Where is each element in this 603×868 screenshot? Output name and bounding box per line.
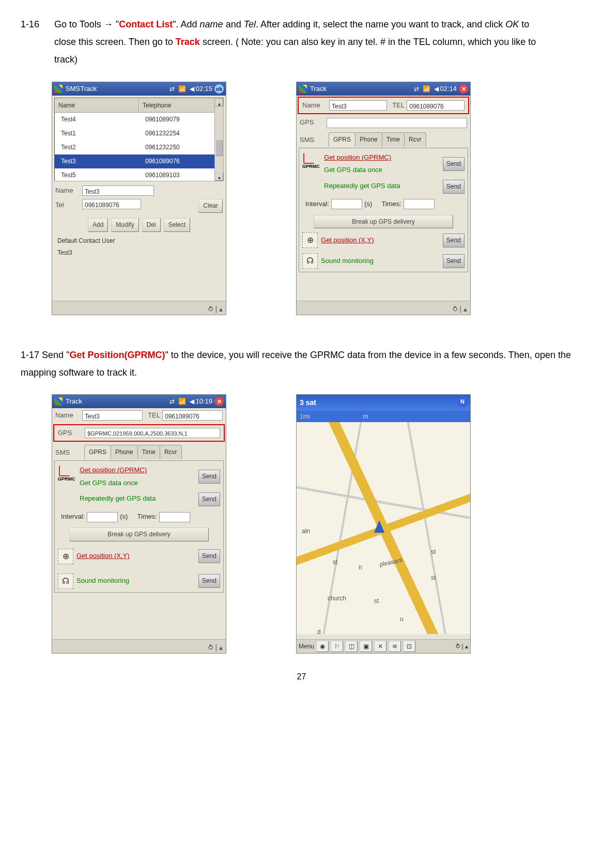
scrollbar[interactable]: ▴ ▾ bbox=[214, 98, 223, 181]
close-button[interactable]: ✕ bbox=[459, 84, 468, 94]
send-button[interactable]: Send bbox=[443, 234, 465, 247]
ok-button[interactable]: ok bbox=[214, 84, 224, 94]
name-input[interactable]: Test3 bbox=[82, 410, 143, 421]
sound-monitoring-label: Sound monitoring bbox=[76, 575, 198, 587]
send-button[interactable]: Send bbox=[198, 574, 220, 588]
get-position-label: Get Position(GPRMC) bbox=[69, 350, 165, 360]
position-cursor-icon bbox=[374, 520, 384, 533]
modify-button[interactable]: Modify bbox=[111, 218, 138, 232]
tab-time[interactable]: Time bbox=[137, 445, 160, 459]
screenshot-smstrack: SMSTrack ⇄ 📶 ◀ 02:15 ok Name Telephone T… bbox=[52, 82, 226, 315]
tab-rcvr[interactable]: Rcvr bbox=[160, 445, 182, 459]
close-button[interactable]: ✕ bbox=[214, 397, 224, 406]
table-row-selected[interactable]: Test30961089076 bbox=[55, 154, 223, 168]
menu-icon-4[interactable]: ▣ bbox=[360, 641, 372, 652]
del-button[interactable]: Del bbox=[142, 218, 161, 232]
window-title: Track bbox=[310, 82, 327, 96]
send-button[interactable]: Send bbox=[198, 492, 220, 506]
tab-phone[interactable]: Phone bbox=[355, 132, 382, 147]
col-telephone[interactable]: Telephone bbox=[139, 98, 223, 113]
titlebar: SMSTrack ⇄ 📶 ◀ 02:15 ok bbox=[52, 82, 226, 96]
table-row[interactable]: Test20961232250 bbox=[55, 141, 223, 154]
contact-list-label: Contact List bbox=[119, 19, 173, 29]
xy-icon: ⊕ bbox=[302, 233, 318, 248]
menu-icon-3[interactable]: ◫ bbox=[345, 641, 358, 652]
times-input[interactable] bbox=[159, 512, 190, 522]
status-icons: ⇄ 📶 ◀ bbox=[169, 395, 196, 408]
name-input[interactable]: Test3 bbox=[329, 100, 387, 111]
windows-flag-icon bbox=[299, 85, 307, 93]
gps-highlight: GPS $GPRMC,021959.000,A,2500.3633,N,1 bbox=[53, 424, 225, 442]
select-button[interactable]: Select bbox=[164, 218, 190, 232]
clear-button[interactable]: Clear bbox=[198, 199, 223, 213]
interval-input[interactable] bbox=[331, 199, 362, 209]
clock: 02:14 bbox=[440, 82, 457, 96]
menu-icon-7[interactable]: ⊡ bbox=[403, 641, 415, 652]
send-button[interactable]: Send bbox=[443, 180, 465, 194]
table-row[interactable]: Test50961089103 bbox=[55, 168, 223, 182]
get-position-gprmc-link[interactable]: Get position (GPRMC) bbox=[324, 151, 443, 164]
name-input[interactable]: Test3 bbox=[82, 185, 154, 196]
screenshots-row-1: SMSTrack ⇄ 📶 ◀ 02:15 ok Name Telephone T… bbox=[52, 82, 582, 315]
repeat-label: Repeatedly get GPS data bbox=[324, 180, 443, 194]
menu-label[interactable]: Menu bbox=[299, 641, 314, 653]
menu-icon-5[interactable]: ✕ bbox=[374, 641, 386, 652]
send-button[interactable]: Send bbox=[443, 254, 465, 268]
tel-input[interactable]: 0961089076 bbox=[407, 100, 465, 111]
gps-input[interactable]: $GPRMC,021959.000,A,2500.3633,N,1 bbox=[85, 428, 220, 438]
breakup-button[interactable]: Break up GPS delivery bbox=[314, 215, 453, 229]
get-once-label: Get GPS data once bbox=[80, 477, 198, 490]
screenshot-track-gps: Track ⇄ 📶 ◀ 10:19 ✕ Name Test3 TEL 09610… bbox=[52, 394, 226, 654]
get-position-xy-link[interactable]: Get position (X,Y) bbox=[76, 550, 198, 563]
window-title: SMSTrack bbox=[66, 82, 97, 96]
menu-icon-6[interactable]: ≋ bbox=[389, 641, 401, 652]
breakup-button[interactable]: Break up GPS delivery bbox=[69, 528, 208, 541]
titlebar: Track ⇄ 📶 ◀ 10:19 ✕ bbox=[52, 395, 226, 408]
screenshot-map: 3 sat N 1mi m aln st n pleasant st st ch… bbox=[296, 394, 471, 654]
compass-icon: N bbox=[457, 396, 468, 407]
map-statusbar: 3 sat N bbox=[297, 395, 470, 411]
step-body: Go to Tools → "Contact List". Add name a… bbox=[54, 16, 545, 69]
tab-time[interactable]: Time bbox=[382, 132, 405, 147]
windows-flag-icon bbox=[54, 85, 63, 93]
get-position-xy-link[interactable]: Get position (X,Y) bbox=[321, 234, 443, 247]
tab-phone[interactable]: Phone bbox=[111, 445, 138, 459]
repeat-label: Repeatedly get GPS data bbox=[80, 492, 198, 506]
tel-input[interactable]: 0961089076 bbox=[162, 410, 223, 421]
menu-icon-1[interactable]: ◉ bbox=[316, 641, 329, 652]
sound-monitoring-label: Sound monitoring bbox=[321, 255, 443, 268]
sound-icon: ☊ bbox=[58, 574, 73, 589]
send-button[interactable]: Send bbox=[198, 470, 220, 484]
gprmc-icon: GPRMC bbox=[58, 464, 76, 483]
get-once-label: Get GPS data once bbox=[324, 164, 443, 177]
sat-count: 3 sat bbox=[300, 398, 316, 407]
page-number: 27 bbox=[21, 669, 582, 685]
windows-flag-icon bbox=[54, 397, 63, 406]
clock: 02:15 bbox=[195, 82, 212, 96]
map-canvas[interactable]: aln st n pleasant st st church st u d bbox=[297, 422, 470, 634]
bottom-bar: ⥁ | ▴ bbox=[52, 301, 226, 315]
tab-gprs[interactable]: GPRS bbox=[84, 445, 111, 459]
titlebar: Track ⇄ 📶 ◀ 02:14 ✕ bbox=[297, 82, 470, 96]
send-button[interactable]: Send bbox=[198, 549, 220, 563]
col-name[interactable]: Name bbox=[55, 98, 139, 113]
name-row: Name Test3 bbox=[52, 183, 226, 198]
button-row: Add Modify Del Select bbox=[52, 217, 226, 233]
times-input[interactable] bbox=[404, 199, 435, 209]
tab-rcvr[interactable]: Rcvr bbox=[404, 132, 426, 147]
send-button[interactable]: Send bbox=[443, 157, 465, 171]
menu-icon-2[interactable]: ⚐ bbox=[331, 641, 343, 652]
interval-input[interactable] bbox=[87, 512, 118, 522]
tel-input[interactable]: 0961089076 bbox=[82, 199, 141, 209]
map-menubar: Menu ◉ ⚐ ◫ ▣ ✕ ≋ ⊡ ⥁ | ▴ bbox=[297, 639, 470, 653]
get-position-gprmc-link[interactable]: Get position (GPRMC) bbox=[80, 464, 198, 477]
gps-input[interactable] bbox=[327, 118, 467, 128]
screenshots-row-2: Track ⇄ 📶 ◀ 10:19 ✕ Name Test3 TEL 09610… bbox=[52, 394, 582, 654]
add-button[interactable]: Add bbox=[88, 218, 108, 232]
table-row[interactable]: Test10961232254 bbox=[55, 127, 223, 141]
step-1-17: 1-17 Send "Get Position(GPRMC)" to the d… bbox=[21, 346, 582, 381]
tab-gprs[interactable]: GPRS bbox=[329, 132, 355, 147]
table-row[interactable]: Test40961089079 bbox=[55, 113, 223, 127]
arrow-icon: → bbox=[104, 19, 113, 29]
bottom-bar: ⥁ | ▴ bbox=[52, 639, 226, 653]
